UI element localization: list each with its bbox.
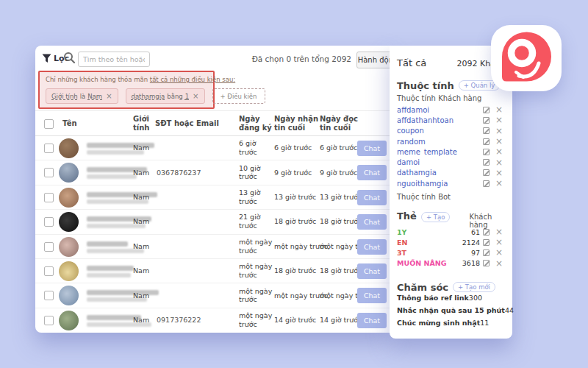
chat-button[interactable]: Chat	[357, 214, 387, 230]
bot-attributes-subtitle: Thuộc tính Bot	[397, 193, 451, 201]
tag-link[interactable]: 1Y	[397, 228, 449, 236]
last-received-cell: một ngày trước	[274, 242, 318, 251]
delete-icon[interactable]: ×	[493, 106, 505, 113]
care-row[interactable]: Thông báo ref link300	[397, 291, 505, 304]
chip-value[interactable]: 1	[185, 93, 189, 100]
remove-chip-icon[interactable]: ×	[106, 92, 112, 100]
remove-chip-icon[interactable]: ×	[193, 92, 198, 100]
delete-icon[interactable]: ×	[493, 238, 505, 246]
attribute-row: nguoithamgia×	[397, 178, 505, 188]
header-last-received: Ngày nhận tin cuối	[274, 115, 323, 132]
care-row[interactable]: Nhắc nhận quà sau 15 phút44	[397, 304, 505, 316]
condition-emphasis[interactable]: tất cả những điều kiện sau:	[150, 76, 235, 83]
attribute-link[interactable]: nguoithamgia	[397, 180, 481, 188]
edit-icon[interactable]	[483, 229, 490, 236]
create-care-button[interactable]: + Tạo mới	[453, 282, 495, 292]
attribute-link[interactable]: random	[397, 138, 481, 146]
row-checkbox[interactable]	[44, 266, 54, 276]
attribute-row: damoi×	[397, 157, 505, 167]
chip-value[interactable]: Nam	[87, 93, 102, 100]
chat-button[interactable]: Chat	[357, 288, 387, 303]
chat-button[interactable]: Chat	[357, 141, 387, 156]
edit-icon[interactable]	[483, 127, 490, 134]
edit-icon[interactable]	[483, 260, 490, 266]
registered-cell: 21 giờ trước	[239, 213, 276, 230]
row-checkbox[interactable]	[44, 242, 54, 252]
delete-icon[interactable]: ×	[493, 116, 505, 124]
delete-icon[interactable]: ×	[493, 127, 505, 135]
chat-button[interactable]: Chat	[357, 165, 387, 180]
delete-icon[interactable]: ×	[493, 228, 505, 236]
search-input[interactable]	[78, 52, 150, 67]
edit-icon[interactable]	[483, 239, 490, 246]
condition-chip[interactable]: dathamgiabằng1×	[126, 88, 205, 104]
registered-cell: một ngày trước	[239, 262, 276, 280]
last-read-cell: một ngày trước	[320, 242, 361, 251]
tag-link[interactable]: 3T	[397, 249, 449, 257]
last-received-cell: 18 giờ trước	[274, 266, 318, 275]
all-customers-label[interactable]: Tất cả	[397, 57, 426, 68]
attribute-link[interactable]: dathamgia	[397, 169, 481, 177]
attribute-row: meme_template×	[397, 146, 505, 157]
row-checkbox[interactable]	[44, 168, 54, 177]
registered-cell: một ngày trước	[239, 287, 276, 305]
tag-link[interactable]: EN	[397, 238, 449, 247]
delete-icon[interactable]: ×	[493, 138, 505, 145]
tag-row: 3T97×	[397, 247, 505, 258]
avatar	[59, 138, 79, 158]
edit-icon[interactable]	[483, 149, 490, 155]
last-read-cell: 18 giờ trước	[320, 217, 361, 226]
last-read-cell: 14 giờ trước	[320, 316, 361, 325]
row-checkbox[interactable]	[44, 144, 54, 153]
edit-icon[interactable]	[483, 138, 490, 145]
attribute-link[interactable]: coupon	[397, 127, 481, 135]
last-received-cell: 9 giờ trước	[274, 169, 318, 177]
attribute-link[interactable]: affdamoi	[397, 106, 481, 114]
tag-count: 3618	[449, 259, 480, 267]
tag-list: 1Y61× EN2124× 3T97× MUỐN NÂNG CẤP3618×	[397, 227, 505, 269]
attribute-link[interactable]: meme_template	[397, 148, 481, 156]
chat-button[interactable]: Chat	[357, 313, 387, 328]
chat-button[interactable]: Chat	[357, 190, 387, 205]
attribute-link[interactable]: damoi	[397, 158, 481, 166]
edit-icon[interactable]	[483, 107, 490, 113]
care-link[interactable]: Chúc mừng sinh nhật	[397, 319, 480, 327]
delete-icon[interactable]: ×	[493, 180, 505, 187]
edit-icon[interactable]	[483, 180, 490, 187]
delete-icon[interactable]: ×	[493, 159, 505, 166]
chat-button[interactable]: Chat	[357, 263, 387, 279]
tag-link[interactable]: MUỐN NÂNG CẤP	[397, 259, 449, 267]
gender-cell: Nam	[133, 291, 155, 300]
care-list: Thông báo ref link300 Nhắc nhận quà sau …	[397, 291, 505, 329]
create-tag-button[interactable]: + Tạo	[421, 212, 450, 222]
add-condition-button[interactable]: + Điều kiện	[212, 88, 265, 104]
care-row[interactable]: Chúc mừng sinh nhật11	[397, 316, 505, 329]
edit-icon[interactable]	[483, 250, 490, 256]
chip-field[interactable]: dathamgia	[132, 93, 165, 100]
delete-icon[interactable]: ×	[493, 148, 505, 155]
table-body: Nam 6 giờ trước 6 giờ trước 6 giờ trước …	[35, 136, 390, 333]
care-link[interactable]: Nhắc nhận quà sau 15 phút	[397, 306, 505, 314]
row-checkbox[interactable]	[44, 217, 54, 227]
attribute-link[interactable]: affdathanhtoan	[397, 116, 481, 124]
table-row: Nam một ngày trước một ngày trước một ng…	[35, 283, 390, 308]
edit-icon[interactable]	[483, 117, 490, 124]
edit-icon[interactable]	[483, 169, 490, 176]
last-read-cell: 9 giờ trước	[320, 169, 361, 177]
avatar	[59, 311, 79, 330]
filter-funnel-icon	[42, 54, 51, 63]
delete-icon[interactable]: ×	[493, 260, 505, 267]
edit-icon[interactable]	[483, 159, 490, 166]
care-link[interactable]: Thông báo ref link	[397, 294, 469, 302]
condition-filter-box: Chỉ những khách hàng thỏa mãn tất cả nhữ…	[38, 71, 215, 109]
chat-button[interactable]: Chat	[357, 239, 387, 255]
condition-chip[interactable]: Giới tínhlàNam×	[46, 88, 118, 104]
select-all-checkbox[interactable]	[44, 119, 54, 129]
delete-icon[interactable]: ×	[493, 249, 505, 256]
delete-icon[interactable]: ×	[493, 169, 505, 177]
row-checkbox[interactable]	[44, 193, 54, 202]
row-checkbox[interactable]	[44, 316, 54, 325]
table-row: Nam 0917376222 một ngày trước 14 giờ trư…	[35, 308, 390, 333]
row-checkbox[interactable]	[44, 291, 54, 300]
chip-field[interactable]: Giới tính	[51, 93, 78, 100]
